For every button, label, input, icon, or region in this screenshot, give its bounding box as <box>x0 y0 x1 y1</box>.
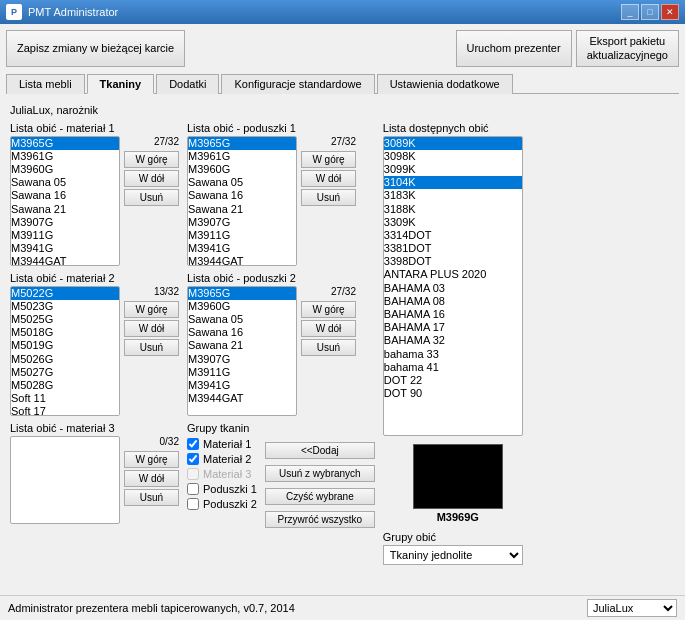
mat2-list[interactable]: M5022G M5023G M5025G M5018G M5019G M5026… <box>10 286 120 416</box>
minimize-button[interactable]: _ <box>621 4 639 20</box>
col3: Lista dostępnych obić 3089K 3098K 3099K … <box>383 122 533 565</box>
pod2-remove[interactable]: Usuń <box>301 339 356 356</box>
cb-mat3-label: Materiał 3 <box>203 468 251 480</box>
cb-mat3[interactable]: Materiał 3 <box>187 468 257 480</box>
tab-konfiguracje[interactable]: Konfiguracje standardowe <box>221 74 374 94</box>
save-button[interactable]: Zapisz zmiany w bieżącej karcie <box>6 30 185 67</box>
mat2-up[interactable]: W górę <box>124 301 179 318</box>
mat1-list[interactable]: M3965G M3961G M3960G Sawana 05 Sawana 16… <box>10 136 120 266</box>
color-label: M3969G <box>437 511 479 523</box>
title-text: PMT Administrator <box>28 6 118 18</box>
app-icon: P <box>6 4 22 20</box>
pod1-down[interactable]: W dół <box>301 170 356 187</box>
mat2-down[interactable]: W dół <box>124 320 179 337</box>
run-button[interactable]: Uruchom prezenter <box>456 30 572 67</box>
pod1-row: M3965G M3961G M3960G Sawana 05 Sawana 16… <box>187 136 375 266</box>
grupy-obrc-section: Grupy obić Tkaniny jednolite Tkaniny wzo… <box>383 531 533 565</box>
mat1-label: Lista obić - materiał 1 <box>10 122 179 134</box>
color-preview <box>413 444 503 509</box>
mat1-down[interactable]: W dół <box>124 170 179 187</box>
panel: JuliaLux, narożnik Lista obić - materiał… <box>6 100 679 569</box>
mat1-row: M3965G M3961G M3960G Sawana 05 Sawana 16… <box>10 136 179 266</box>
available-label: Lista dostępnych obić <box>383 122 533 134</box>
pod2-counter: 27/32 <box>301 286 356 297</box>
cb-pod2[interactable]: Poduszki 2 <box>187 498 257 510</box>
cb-mat2-label: Materiał 2 <box>203 453 251 465</box>
available-list[interactable]: 3089K 3098K 3099K 3104K 3183K 3188K 3309… <box>383 136 523 436</box>
remove-selected-button[interactable]: Usuń z wybranych <box>265 465 375 482</box>
status-left: Administrator prezentera mebli tapicerow… <box>8 602 295 614</box>
pod1-list[interactable]: M3965G M3961G M3960G Sawana 05 Sawana 16… <box>187 136 297 266</box>
checkbox-group: Materiał 1 Materiał 2 Materiał 3 <box>187 438 257 510</box>
pod2-list[interactable]: M3965G M3960G Sawana 05 Sawana 16 Sawana… <box>187 286 297 416</box>
fabric-groups-label: Grupy tkanin <box>187 422 257 434</box>
pod2-down[interactable]: W dół <box>301 320 356 337</box>
cb-pod1[interactable]: Poduszki 1 <box>187 483 257 495</box>
mat2-counter: 13/32 <box>124 286 179 297</box>
mat3-label: Lista obić - materiał 3 <box>10 422 179 434</box>
col1: Lista obić - materiał 1 M3965G M3961G M3… <box>10 122 179 565</box>
export-button[interactable]: Eksport pakietu aktualizacyjnego <box>576 30 679 67</box>
status-bar: Administrator prezentera mebli tapicerow… <box>0 595 685 620</box>
mat2-label: Lista obić - materiał 2 <box>10 272 179 284</box>
mat1-up[interactable]: W górę <box>124 151 179 168</box>
cb-mat1-input[interactable] <box>187 438 199 450</box>
tabs: Lista mebli Tkaniny Dodatki Konfiguracje… <box>6 73 679 94</box>
clear-selected-button[interactable]: Czyść wybrane <box>265 488 375 505</box>
maximize-button[interactable]: □ <box>641 4 659 20</box>
pod1-up[interactable]: W górę <box>301 151 356 168</box>
title-bar: P PMT Administrator _ □ ✕ <box>0 0 685 24</box>
mat1-remove[interactable]: Usuń <box>124 189 179 206</box>
status-right-select[interactable]: JuliaLux <box>587 599 677 617</box>
all-columns: Lista obić - materiał 1 M3965G M3961G M3… <box>10 122 675 565</box>
add-button[interactable]: <<Dodaj <box>265 442 375 459</box>
window-controls: _ □ ✕ <box>621 4 679 20</box>
pod2-row: M3965G M3960G Sawana 05 Sawana 16 Sawana… <box>187 286 375 416</box>
fabric-groups-section: Grupy tkanin Materiał 1 Materiał 2 <box>187 422 257 510</box>
cb-mat2[interactable]: Materiał 2 <box>187 453 257 465</box>
action-buttons-section: <<Dodaj Usuń z wybranych Czyść wybrane P… <box>265 422 375 528</box>
pod2-up[interactable]: W górę <box>301 301 356 318</box>
cb-mat3-input <box>187 468 199 480</box>
mat2-row: M5022G M5023G M5025G M5018G M5019G M5026… <box>10 286 179 416</box>
mat3-list[interactable] <box>10 436 120 524</box>
mat3-remove[interactable]: Usuń <box>124 489 179 506</box>
mat3-up[interactable]: W górę <box>124 451 179 468</box>
restore-all-button[interactable]: Przywróć wszystko <box>265 511 375 528</box>
col2: Lista obić - poduszki 1 M3965G M3961G M3… <box>187 122 375 565</box>
pod2-label: Lista obić - poduszki 2 <box>187 272 375 284</box>
cb-mat2-input[interactable] <box>187 453 199 465</box>
mat3-down[interactable]: W dół <box>124 470 179 487</box>
pod1-counter: 27/32 <box>301 136 356 147</box>
pod1-label: Lista obić - poduszki 1 <box>187 122 375 134</box>
pod1-remove[interactable]: Usuń <box>301 189 356 206</box>
tab-lista-mebli[interactable]: Lista mebli <box>6 74 85 94</box>
tab-tkaniny[interactable]: Tkaniny <box>87 74 155 94</box>
top-toolbar: Zapisz zmiany w bieżącej karcie Uruchom … <box>6 30 679 67</box>
cb-pod2-input[interactable] <box>187 498 199 510</box>
grupy-select[interactable]: Tkaniny jednolite Tkaniny wzorzyste Skór… <box>383 545 523 565</box>
cb-pod1-input[interactable] <box>187 483 199 495</box>
mat1-counter: 27/32 <box>124 136 179 147</box>
close-button[interactable]: ✕ <box>661 4 679 20</box>
right-buttons: Uruchom prezenter Eksport pakietu aktual… <box>456 30 680 67</box>
cb-mat1-label: Materiał 1 <box>203 438 251 450</box>
mat3-row: 0/32 W górę W dół Usuń <box>10 436 179 524</box>
mat3-counter: 0/32 <box>124 436 179 447</box>
mat2-remove[interactable]: Usuń <box>124 339 179 356</box>
cb-mat1[interactable]: Materiał 1 <box>187 438 257 450</box>
cb-pod2-label: Poduszki 2 <box>203 498 257 510</box>
cb-pod1-label: Poduszki 1 <box>203 483 257 495</box>
grupy-label: Grupy obić <box>383 531 533 543</box>
main-content: Zapisz zmiany w bieżącej karcie Uruchom … <box>0 24 685 575</box>
tab-dodatki[interactable]: Dodatki <box>156 74 219 94</box>
tab-ustawienia[interactable]: Ustawienia dodatkowe <box>377 74 513 94</box>
panel-header: JuliaLux, narożnik <box>10 104 675 116</box>
